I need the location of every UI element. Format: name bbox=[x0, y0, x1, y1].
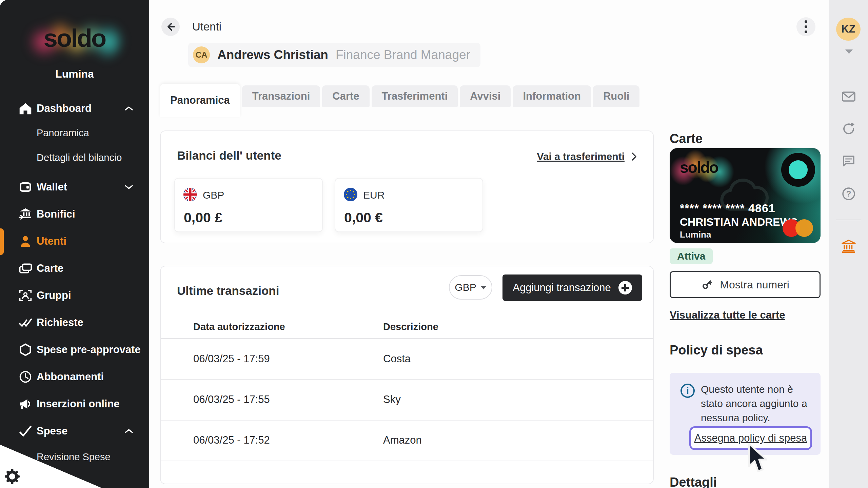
double-check-icon bbox=[18, 315, 33, 330]
chevron-down-icon[interactable] bbox=[845, 49, 853, 54]
refresh-icon[interactable] bbox=[841, 121, 856, 136]
table-row[interactable]: 06/03/25 - 17:52 Amazon bbox=[161, 420, 653, 461]
sidebar-item-utenti[interactable]: Utenti bbox=[0, 232, 149, 251]
settings-gear-icon[interactable] bbox=[4, 468, 20, 485]
balances-title: Bilanci dell' utente bbox=[177, 149, 281, 162]
user-initials-avatar: CA bbox=[193, 46, 210, 63]
eu-flag-icon bbox=[343, 187, 358, 202]
table-header-row: Data autorizzazione Descrizione bbox=[161, 316, 653, 338]
assign-policy-link[interactable]: Assegna policy di spesa bbox=[689, 426, 812, 450]
sidebar-item-spese[interactable]: Spese bbox=[0, 422, 149, 441]
sidebar-item-dashboard[interactable]: Dashboard bbox=[0, 99, 149, 118]
key-icon bbox=[701, 279, 713, 291]
avatar[interactable]: KZ bbox=[836, 18, 861, 41]
user-chip[interactable]: CA Andrews Christian Finance Brand Manag… bbox=[188, 43, 480, 67]
tab-carte[interactable]: Carte bbox=[322, 85, 369, 107]
transactions-panel: Ultime transazioni GBP Aggiungi transazi… bbox=[160, 266, 654, 484]
home-icon bbox=[18, 101, 33, 116]
rail-divider bbox=[836, 220, 861, 220]
balance-card-gbp[interactable]: GBP 0,00 £ bbox=[174, 178, 323, 232]
chat-icon[interactable] bbox=[841, 154, 856, 168]
balance-card-eur[interactable]: EUR 0,00 € bbox=[335, 178, 483, 232]
tab-bar: Panoramica Transazioni Carte Trasferimen… bbox=[160, 84, 639, 117]
currency-label: GBP bbox=[203, 189, 224, 201]
balance-amount: 0,00 £ bbox=[184, 210, 222, 226]
help-icon[interactable]: ? bbox=[841, 186, 856, 201]
sidebar-item-wallet[interactable]: Wallet bbox=[0, 178, 149, 197]
bank-icon[interactable] bbox=[841, 239, 856, 254]
soldo-logo[interactable]: soldo bbox=[0, 16, 149, 67]
sidebar: soldo Lumina Dashboard Panoramica Dettag… bbox=[0, 0, 149, 488]
tab-ruoli[interactable]: Ruoli bbox=[593, 85, 640, 107]
table-row[interactable]: 06/03/25 - 17:59 Costa bbox=[161, 339, 653, 380]
transaction-date: 06/03/25 - 17:55 bbox=[193, 393, 270, 406]
policy-section-heading: Policy di spesa bbox=[670, 343, 763, 358]
workspace-name: Lumina bbox=[0, 68, 149, 80]
card-chip-ring-icon bbox=[781, 153, 815, 187]
megaphone-icon bbox=[18, 396, 33, 412]
sidebar-item-carte[interactable]: Carte bbox=[0, 259, 149, 278]
mastercard-icon bbox=[783, 219, 814, 238]
user-role: Finance Brand Manager bbox=[336, 48, 470, 62]
view-all-cards-link[interactable]: Visualizza tutte le carte bbox=[670, 309, 785, 321]
table-row[interactable]: 06/03/25 - 17:55 Sky bbox=[161, 379, 653, 421]
tab-avvisi[interactable]: Avvisi bbox=[460, 85, 511, 107]
chevron-up-icon bbox=[125, 106, 133, 111]
balances-panel: Bilanci dell' utente Vai a trasferimenti bbox=[160, 130, 654, 243]
transaction-date: 06/03/25 - 17:52 bbox=[193, 434, 270, 446]
payment-card[interactable]: soldo **** **** **** 4861 CHRISTIAN ANDR… bbox=[670, 148, 821, 243]
soldo-app: soldo Lumina Dashboard Panoramica Dettag… bbox=[0, 0, 868, 488]
transactions-title: Ultime transazioni bbox=[177, 284, 279, 298]
user-icon bbox=[18, 233, 33, 249]
info-icon: i bbox=[680, 384, 695, 398]
chevron-up-icon bbox=[125, 428, 133, 434]
currency-filter-dropdown[interactable]: GBP bbox=[449, 275, 492, 300]
check-icon bbox=[18, 423, 33, 439]
tab-transazioni[interactable]: Transazioni bbox=[242, 85, 320, 107]
show-numbers-button[interactable]: Mostra numeri bbox=[670, 271, 821, 298]
transaction-description: Costa bbox=[383, 353, 411, 365]
tab-trasferimenti[interactable]: Trasferimenti bbox=[372, 85, 458, 107]
kebab-menu-button[interactable] bbox=[796, 17, 815, 36]
wallet-icon bbox=[18, 179, 33, 195]
sidebar-item-inserzioni-online[interactable]: Inserzioni online bbox=[0, 394, 149, 413]
go-to-transfers-link[interactable]: Vai a trasferimenti bbox=[537, 151, 637, 162]
transaction-date: 06/03/25 - 17:59 bbox=[193, 353, 270, 365]
sidebar-item-bonifici[interactable]: Bonifici bbox=[0, 205, 149, 224]
utility-rail: KZ ? bbox=[829, 0, 868, 488]
svg-text:?: ? bbox=[846, 189, 851, 198]
chevron-right-icon bbox=[631, 152, 637, 161]
logo-text: soldo bbox=[0, 24, 149, 53]
sidebar-item-abbonamenti[interactable]: Abbonamenti bbox=[0, 367, 149, 386]
policy-info-box: i Questo utente non è stato ancora aggiu… bbox=[670, 373, 821, 455]
sidebar-item-richieste[interactable]: Richieste bbox=[0, 313, 149, 332]
column-header-date: Data autorizzazione bbox=[193, 321, 285, 332]
back-button[interactable] bbox=[161, 18, 180, 36]
sidebar-item-spese-pre-approvate[interactable]: Spese pre-approvate bbox=[0, 340, 149, 359]
currency-label: EUR bbox=[363, 189, 384, 201]
sidebar-item-panoramica[interactable]: Panoramica bbox=[0, 126, 149, 140]
clock-icon bbox=[18, 369, 33, 385]
sidebar-item-gruppi[interactable]: Gruppi bbox=[0, 286, 149, 305]
card-masked-number: **** **** **** 4861 bbox=[680, 202, 775, 215]
add-transaction-button[interactable]: Aggiungi transazione bbox=[502, 274, 642, 301]
chevron-down-icon bbox=[480, 286, 487, 289]
chevron-down-icon bbox=[125, 184, 133, 190]
page-title: Utenti bbox=[192, 20, 221, 33]
card-holder-name: CHRISTIAN ANDREWS bbox=[680, 216, 797, 228]
transaction-description: Amazon bbox=[383, 434, 422, 446]
tab-information[interactable]: Information bbox=[513, 85, 591, 107]
card-status-badge: Attiva bbox=[670, 248, 713, 264]
transaction-description: Sky bbox=[383, 393, 401, 406]
uk-flag-icon bbox=[183, 187, 197, 202]
details-section-heading: Dettagli bbox=[670, 475, 717, 488]
hexagon-icon bbox=[18, 342, 33, 358]
sidebar-item-dettagli-bilancio[interactable]: Dettagli del bilancio bbox=[0, 151, 149, 164]
policy-info-text: Questo utente non è stato ancora aggiunt… bbox=[701, 382, 809, 425]
inbox-icon[interactable] bbox=[841, 89, 856, 104]
plus-icon bbox=[618, 281, 632, 294]
user-name: Andrews Christian bbox=[217, 48, 328, 62]
card-workspace: Lumina bbox=[680, 229, 711, 240]
tab-panoramica[interactable]: Panoramica bbox=[160, 84, 240, 117]
groups-icon bbox=[18, 288, 33, 303]
